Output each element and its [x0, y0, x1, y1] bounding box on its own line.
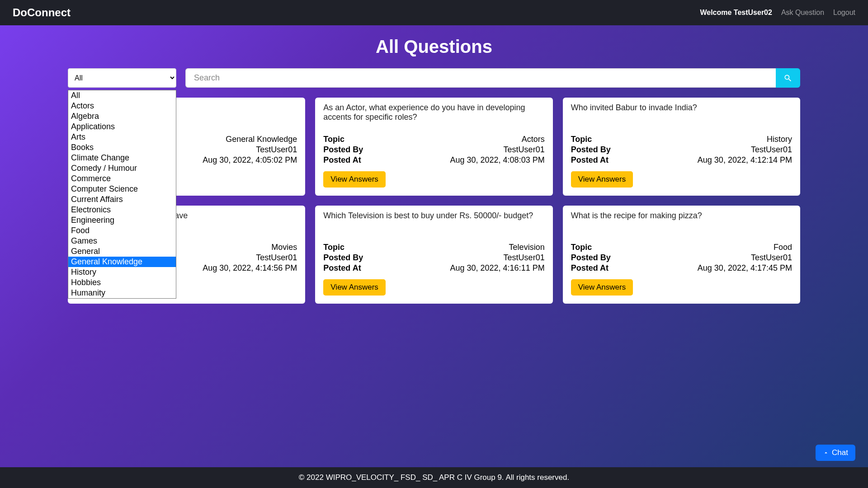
ask-question-link[interactable]: Ask Question	[781, 9, 824, 17]
filter-row: All AllActorsAlgebraApplicationsArtsBook…	[68, 68, 800, 88]
dropdown-option-climate-change[interactable]: Climate Change	[68, 153, 176, 163]
topic-value: Actors	[522, 135, 545, 144]
topic-dropdown-list[interactable]: AllActorsAlgebraApplicationsArtsBooksCli…	[68, 90, 176, 299]
dropdown-option-food[interactable]: Food	[68, 225, 176, 236]
topic-value: History	[767, 135, 792, 144]
postedby-value: TestUser01	[751, 145, 792, 155]
dropdown-option-general[interactable]: General	[68, 246, 176, 257]
question-text: Who invited Babur to invade India?	[571, 103, 792, 127]
topic-label: Topic	[571, 243, 592, 252]
question-text: What is the recipe for making pizza?	[571, 211, 792, 235]
postedat-value: Aug 30, 2022, 4:14:56 PM	[203, 263, 297, 273]
question-card: Which Television is best to buy under Rs…	[315, 206, 552, 304]
topic-value: Television	[509, 243, 545, 252]
postedat-row: Posted At Aug 30, 2022, 4:17:45 PM	[571, 263, 792, 273]
postedat-label: Posted At	[323, 155, 361, 165]
postedby-value: TestUser01	[504, 253, 545, 263]
postedat-value: Aug 30, 2022, 4:16:11 PM	[450, 263, 545, 273]
postedby-row: Posted By TestUser01	[323, 253, 544, 263]
postedby-value: TestUser01	[751, 253, 792, 263]
topic-row: Topic History	[571, 135, 792, 144]
question-text: Which Television is best to buy under Rs…	[323, 211, 544, 235]
view-answers-button[interactable]: View Answers	[571, 171, 633, 188]
postedat-label: Posted At	[571, 263, 609, 273]
dropdown-option-general-knowledge[interactable]: General Knowledge	[68, 257, 176, 267]
topic-label: Topic	[323, 243, 344, 252]
postedat-row: Posted At Aug 30, 2022, 4:12:14 PM	[571, 155, 792, 165]
dropdown-option-actors[interactable]: Actors	[68, 101, 176, 111]
dropdown-option-books[interactable]: Books	[68, 142, 176, 153]
dropdown-option-computer-science[interactable]: Computer Science	[68, 184, 176, 194]
topic-row: Topic Television	[323, 243, 544, 252]
postedat-row: Posted At Aug 30, 2022, 4:16:11 PM	[323, 263, 544, 273]
search-group	[185, 68, 800, 88]
postedby-value: TestUser01	[504, 145, 545, 155]
dropdown-option-hobbies[interactable]: Hobbies	[68, 277, 176, 288]
welcome-text: Welcome TestUser02	[700, 9, 772, 17]
footer: © 2022 WIPRO_VELOCITY_ FSD_ SD_ APR C IV…	[0, 467, 868, 488]
topic-row: Topic Food	[571, 243, 792, 252]
search-icon	[783, 74, 793, 83]
view-answers-button[interactable]: View Answers	[323, 279, 386, 296]
navbar: DoConnect Welcome TestUser02 Ask Questio…	[0, 0, 868, 25]
main-content: All Questions All AllActorsAlgebraApplic…	[0, 25, 868, 467]
postedat-value: Aug 30, 2022, 4:08:03 PM	[450, 155, 545, 165]
search-input[interactable]	[185, 68, 776, 88]
postedat-value: Aug 30, 2022, 4:12:14 PM	[698, 155, 792, 165]
postedat-row: Posted At Aug 30, 2022, 4:08:03 PM	[323, 155, 544, 165]
dropdown-option-all[interactable]: All	[68, 90, 176, 101]
topic-value: Movies	[271, 243, 297, 252]
dropdown-option-history[interactable]: History	[68, 267, 176, 277]
dropdown-option-humanity[interactable]: Humanity	[68, 288, 176, 298]
topic-value: General Knowledge	[226, 135, 297, 144]
dropdown-option-applications[interactable]: Applications	[68, 122, 176, 132]
question-card: Who invited Babur to invade India? Topic…	[563, 98, 800, 196]
view-answers-button[interactable]: View Answers	[571, 279, 633, 296]
postedat-label: Posted At	[571, 155, 609, 165]
postedby-row: Posted By TestUser01	[571, 253, 792, 263]
dropdown-option-arts[interactable]: Arts	[68, 132, 176, 142]
postedby-label: Posted By	[323, 145, 363, 155]
postedat-label: Posted At	[323, 263, 361, 273]
chat-label: Chat	[832, 448, 848, 457]
postedby-row: Posted By TestUser01	[323, 145, 544, 155]
topic-value: Food	[774, 243, 792, 252]
postedat-value: Aug 30, 2022, 4:17:45 PM	[698, 263, 792, 273]
chat-button[interactable]: Chat	[816, 445, 855, 461]
brand[interactable]: DoConnect	[13, 6, 71, 19]
page-title: All Questions	[68, 37, 800, 57]
logout-link[interactable]: Logout	[833, 9, 855, 17]
chevron-up-icon	[823, 450, 829, 456]
nav-right: Welcome TestUser02 Ask Question Logout	[700, 9, 855, 17]
topic-select[interactable]: All	[68, 68, 176, 88]
topic-label: Topic	[323, 135, 344, 144]
question-card: As an Actor, what experience do you have…	[315, 98, 552, 196]
dropdown-option-comedy-humour[interactable]: Comedy / Humour	[68, 163, 176, 174]
postedby-label: Posted By	[571, 253, 611, 263]
dropdown-option-algebra[interactable]: Algebra	[68, 111, 176, 122]
question-card: What is the recipe for making pizza? Top…	[563, 206, 800, 304]
dropdown-option-engineering[interactable]: Engineering	[68, 215, 176, 225]
question-text: As an Actor, what experience do you have…	[323, 103, 544, 127]
dropdown-option-commerce[interactable]: Commerce	[68, 174, 176, 184]
postedat-value: Aug 30, 2022, 4:05:02 PM	[203, 155, 297, 165]
search-button[interactable]	[776, 68, 800, 88]
postedby-label: Posted By	[571, 145, 611, 155]
dropdown-option-current-affairs[interactable]: Current Affairs	[68, 194, 176, 205]
postedby-value: TestUser01	[256, 253, 297, 263]
questions-grid: n the world? Topic General Knowledge Pos…	[68, 98, 800, 304]
postedby-label: Posted By	[323, 253, 363, 263]
dropdown-option-games[interactable]: Games	[68, 236, 176, 246]
postedby-row: Posted By TestUser01	[571, 145, 792, 155]
topic-label: Topic	[571, 135, 592, 144]
dropdown-option-electronics[interactable]: Electronics	[68, 205, 176, 215]
view-answers-button[interactable]: View Answers	[323, 171, 386, 188]
postedby-value: TestUser01	[256, 145, 297, 155]
topic-row: Topic Actors	[323, 135, 544, 144]
